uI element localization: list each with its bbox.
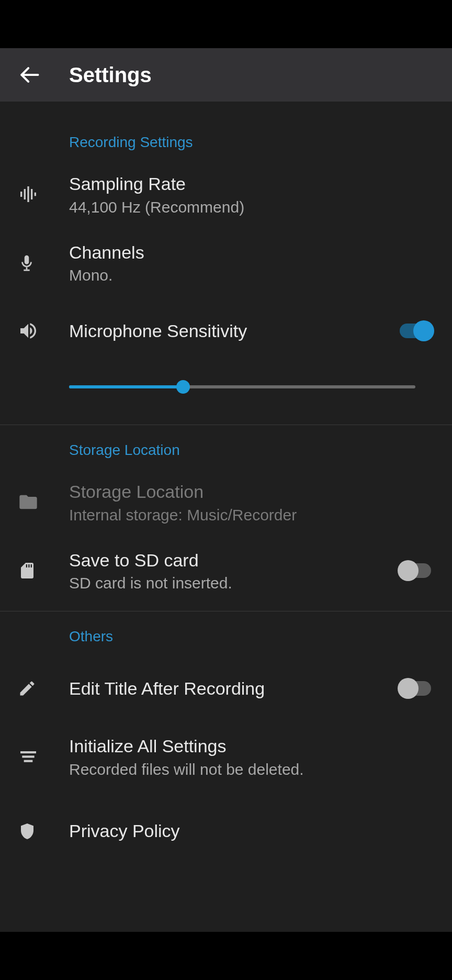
page-title: Settings [69, 63, 152, 87]
privacy-policy-title: Privacy Policy [69, 820, 431, 842]
row-edit-title[interactable]: Edit Title After Recording [0, 654, 452, 722]
row-save-to-sd[interactable]: Save to SD card SD card is not inserted. [0, 537, 452, 605]
svg-rect-2 [24, 189, 26, 199]
pencil-icon [18, 679, 37, 698]
waveform-icon [18, 184, 39, 205]
section-recording: Recording Settings [0, 125, 452, 160]
sd-card-title: Save to SD card [69, 549, 384, 572]
row-storage-location: Storage Location Internal storage: Music… [0, 468, 452, 537]
svg-rect-9 [22, 756, 34, 758]
channels-value: Mono. [69, 266, 431, 284]
storage-location-title: Storage Location [69, 481, 431, 503]
section-others: Others [0, 611, 452, 654]
svg-rect-7 [24, 270, 29, 271]
volume-icon [18, 320, 39, 341]
initialize-title: Initialize All Settings [69, 735, 431, 758]
svg-rect-1 [20, 192, 22, 197]
row-channels[interactable]: Channels Mono. [0, 229, 452, 297]
settings-screen: Settings Recording Settings Sampling Rat… [0, 48, 452, 932]
channels-title: Channels [69, 241, 431, 264]
svg-rect-4 [31, 189, 32, 199]
sd-card-icon [18, 561, 37, 580]
back-button[interactable] [15, 60, 44, 90]
arrow-back-icon [18, 63, 41, 86]
lines-icon [18, 746, 39, 767]
svg-rect-3 [27, 186, 29, 202]
app-bar: Settings [0, 48, 452, 102]
svg-rect-8 [20, 751, 36, 753]
row-privacy-policy[interactable]: Privacy Policy [0, 791, 452, 859]
sampling-rate-title: Sampling Rate [69, 173, 431, 195]
mic-sensitivity-slider-row [0, 365, 452, 418]
section-storage: Storage Location [0, 425, 452, 468]
mic-sensitivity-slider[interactable] [69, 381, 415, 393]
edit-title-toggle[interactable] [400, 681, 431, 696]
svg-rect-6 [26, 267, 28, 269]
row-mic-sensitivity[interactable]: Microphone Sensitivity [0, 297, 452, 365]
sampling-rate-value: 44,100 Hz (Recommend) [69, 198, 431, 216]
edit-title-title: Edit Title After Recording [69, 677, 384, 700]
svg-rect-10 [24, 760, 33, 762]
sd-card-toggle[interactable] [400, 563, 431, 578]
mic-sensitivity-title: Microphone Sensitivity [69, 320, 384, 342]
shield-info-icon [18, 822, 37, 841]
folder-icon [18, 492, 39, 513]
sd-card-subtitle: SD card is not inserted. [69, 574, 384, 592]
row-initialize-all[interactable]: Initialize All Settings Recorded files w… [0, 722, 452, 791]
mic-icon [18, 254, 36, 272]
mic-sensitivity-toggle[interactable] [400, 324, 431, 338]
initialize-subtitle: Recorded files will not be deleted. [69, 761, 431, 778]
svg-rect-5 [35, 193, 36, 196]
storage-location-value: Internal storage: Music/Recorder [69, 506, 431, 524]
settings-content: Recording Settings Sampling Rate 44,100 … [0, 102, 452, 859]
row-sampling-rate[interactable]: Sampling Rate 44,100 Hz (Recommend) [0, 160, 452, 229]
